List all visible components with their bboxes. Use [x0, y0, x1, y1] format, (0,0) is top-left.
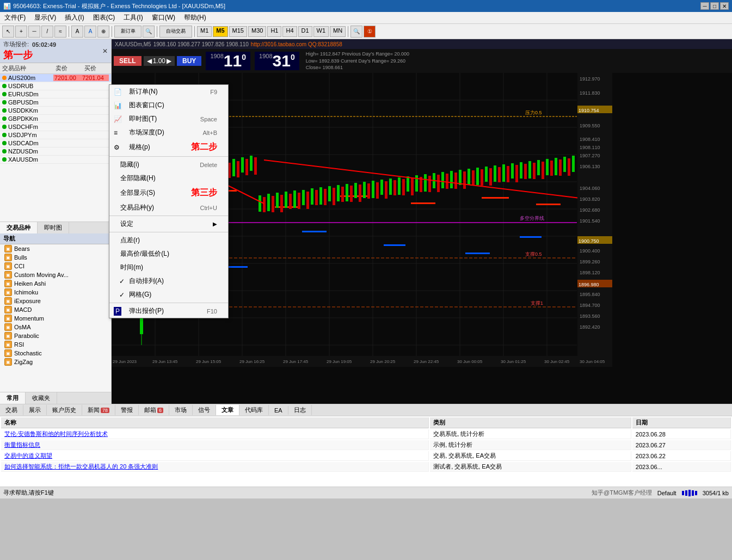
ctx-spec[interactable]: ⚙ 规格(p) 第二步 [109, 139, 228, 155]
color-tool[interactable]: A [84, 26, 96, 38]
ctx-depth[interactable]: ≡ 市场深度(D) Alt+B [109, 126, 228, 139]
close-btn[interactable]: ✕ [720, 2, 729, 10]
nav-item-zigzag[interactable]: ▣ ZigZag [0, 358, 111, 366]
btab-market[interactable]: 市场 [169, 405, 193, 415]
cursor-tool[interactable]: ↖ [2, 26, 14, 38]
tab-ticks[interactable]: 即时图 [38, 222, 69, 233]
btab-codebase[interactable]: 代码库 [239, 405, 269, 415]
btab-articles[interactable]: 文章 [216, 405, 239, 415]
sell-button[interactable]: SELL [114, 56, 142, 66]
nav-item-heiken[interactable]: ▣ Heiken Ashi [0, 279, 111, 288]
btab-alert[interactable]: 警报 [115, 405, 139, 415]
table-row[interactable]: USDJPYm [0, 131, 111, 139]
nav-item-ichimoku[interactable]: ▣ Ichimoku [0, 288, 111, 297]
table-row[interactable]: EURUSDm [0, 90, 111, 99]
table-row[interactable]: NZDUSDm [0, 147, 111, 156]
btab-mail[interactable]: 邮箱6 [139, 405, 169, 415]
crosshair-tool[interactable]: + [15, 26, 27, 38]
ctx-spread[interactable]: 点差(r) [109, 233, 228, 247]
menu-window[interactable]: 窗口(W) [147, 12, 180, 23]
btab-news[interactable]: 新闻78 [82, 405, 115, 415]
tf-d1[interactable]: D1 [298, 26, 312, 37]
table-row[interactable]: USDRUB [0, 82, 111, 90]
menu-view[interactable]: 显示(V) [30, 12, 60, 23]
ctx-new-order[interactable]: 📄 新订单(N) F9 [109, 85, 228, 99]
table-row[interactable]: AUS200m 7201.00 7201.04 [0, 74, 111, 82]
table-row[interactable]: 艾伦·安德鲁斯和他的时间序列分析技术 交易系统, 统计分析 2023.06.28 [1, 429, 731, 439]
table-row[interactable]: 如何选择智能系统：拒绝一款交易机器人的 20 条强大准则 测试者, 交易系统, … [1, 462, 731, 472]
article-title-3[interactable]: 交易中的道义期望 [1, 451, 429, 461]
tab-symbols[interactable]: 交易品种 [0, 222, 38, 233]
nav-item-parabolic[interactable]: ▣ Parabolic [0, 331, 111, 340]
table-row[interactable]: XAUUSDm [0, 156, 111, 164]
line-tool2[interactable]: / [41, 26, 53, 38]
menu-insert[interactable]: 插入(I) [60, 12, 88, 23]
new-order-btn[interactable]: 新订单 [114, 26, 142, 38]
market-watch-close[interactable]: ✕ [102, 47, 108, 55]
menu-help[interactable]: 帮助(H) [180, 12, 211, 23]
ctx-time[interactable]: 时间(m) [109, 261, 228, 274]
tf-h4[interactable]: H4 [282, 26, 297, 37]
ctx-show-all[interactable]: 全部显示(S) 第三步 [109, 185, 228, 201]
nav-item-cci[interactable]: ▣ CCI [0, 262, 111, 270]
tf-m1[interactable]: M1 [197, 26, 212, 37]
zoom-in[interactable]: 🔍 [143, 26, 155, 38]
buy-button[interactable]: BUY [177, 56, 201, 66]
nav-item-osma[interactable]: ▣ OsMA [0, 323, 111, 331]
menu-chart[interactable]: 图表(C) [89, 12, 120, 23]
ctx-highlow[interactable]: 最高价/最低价(L) [109, 247, 228, 261]
lot-decrease-btn[interactable]: ◀ [147, 57, 152, 65]
table-row[interactable]: GBPUSDm [0, 99, 111, 107]
table-row[interactable]: USDCADm [0, 139, 111, 147]
ctx-hide-all[interactable]: 全部隐藏(H) [109, 171, 228, 185]
nav-item-iexposure[interactable]: ▣ iExposure [0, 297, 111, 305]
nav-tab-common[interactable]: 常用 [0, 392, 26, 404]
article-title-4[interactable]: 如何选择智能系统：拒绝一款交易机器人的 20 条强大准则 [1, 462, 429, 472]
lot-increase-btn[interactable]: ▶ [167, 57, 171, 65]
alert-btn[interactable]: ① [364, 26, 376, 38]
nav-item-momentum[interactable]: ▣ Momentum [0, 314, 111, 323]
table-row[interactable]: 衡量指标信息 示例, 统计分析 2023.06.27 [1, 440, 731, 450]
btab-signals[interactable]: 信号 [193, 405, 216, 415]
search-icon[interactable]: 🔍 [350, 26, 362, 38]
tf-h1[interactable]: H1 [267, 26, 281, 37]
table-row[interactable]: 交易中的道义期望 交易, 交易系统, EA交易 2023.06.22 [1, 451, 731, 461]
table-row[interactable]: USDCHFm [0, 123, 111, 131]
auto-trade-btn[interactable]: 自动交易 [159, 26, 192, 38]
btab-history[interactable]: 账户历史 [47, 405, 82, 415]
nav-item-macd[interactable]: ▣ MACD [0, 305, 111, 314]
btab-trading[interactable]: 交易 [0, 405, 23, 415]
btab-show[interactable]: 展示 [23, 405, 47, 415]
tf-w1[interactable]: W1 [313, 26, 329, 37]
tf-m15[interactable]: M15 [229, 26, 247, 37]
title-bar-controls[interactable]: ─ □ ✕ [700, 2, 729, 10]
tf-m30[interactable]: M30 [248, 26, 266, 37]
ctx-tick-chart[interactable]: 📈 即时图(T) Space [109, 112, 228, 126]
restore-btn[interactable]: □ [710, 2, 719, 10]
ctx-chart-window[interactable]: 📊 图表窗口(C) [109, 99, 228, 112]
nav-item-rsi[interactable]: ▣ RSI [0, 340, 111, 349]
ctx-symbols[interactable]: 交易品种(y) Ctrl+U [109, 201, 228, 214]
nav-item-bulls[interactable]: ▣ Bulls [0, 253, 111, 262]
menu-tools[interactable]: 工具(I) [119, 12, 147, 23]
more-tool[interactable]: ⊕ [97, 26, 109, 38]
text-tool[interactable]: A [71, 26, 83, 38]
article-title-2[interactable]: 衡量指标信息 [1, 440, 429, 450]
tf-m5[interactable]: M5 [213, 26, 227, 37]
ctx-popup-quote[interactable]: P 弹出报价(P) F10 [109, 304, 228, 318]
btab-log[interactable]: 日志 [288, 405, 312, 415]
nav-item-stochastic[interactable]: ▣ Stochastic [0, 349, 111, 358]
trend-tool[interactable]: ≈ [54, 26, 66, 38]
ctx-settings[interactable]: 设定 ▶ [109, 217, 228, 231]
nav-item-custom-moving[interactable]: ▣ Custom Moving Av... [0, 270, 111, 279]
nav-tab-favorites[interactable]: 收藏夹 [26, 392, 57, 404]
menu-file[interactable]: 文件(F) [0, 12, 30, 23]
article-title-1[interactable]: 艾伦·安德鲁斯和他的时间序列分析技术 [1, 429, 429, 439]
ctx-grid[interactable]: ✓ 网格(G) [109, 288, 228, 301]
nav-item-bears[interactable]: ▣ Bears [0, 244, 111, 253]
ctx-hide[interactable]: 隐藏(i) Delete [109, 158, 228, 171]
ctx-auto-arrange[interactable]: ✓ 自动排列(A) [109, 274, 228, 288]
btab-ea[interactable]: EA [269, 406, 288, 415]
tf-mn[interactable]: MN [330, 26, 346, 37]
line-tool[interactable]: ─ [28, 26, 40, 38]
